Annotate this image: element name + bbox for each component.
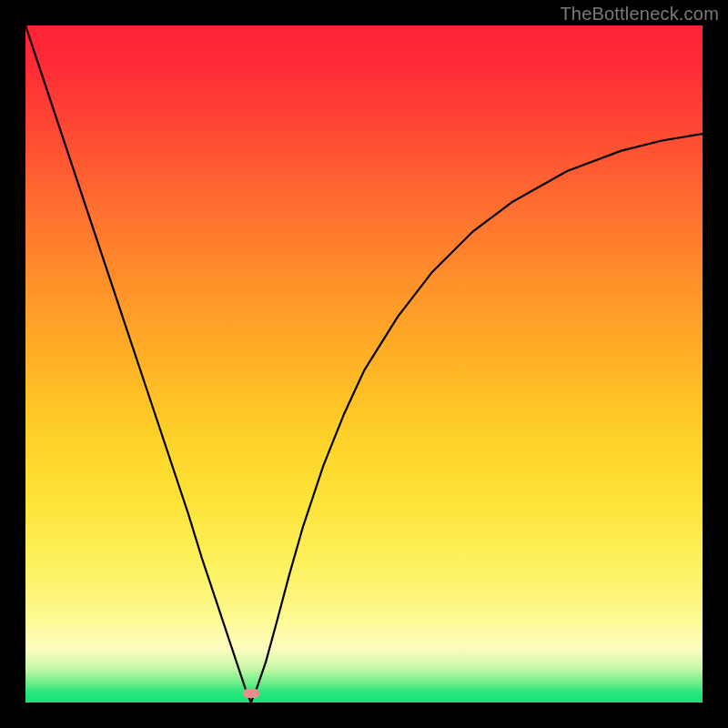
highlight-marker — [243, 689, 259, 698]
plot-area — [25, 25, 703, 703]
curve-svg — [25, 25, 703, 703]
chart-frame: TheBottleneck.com — [0, 0, 728, 728]
curve-path — [25, 25, 703, 703]
watermark-text: TheBottleneck.com — [560, 4, 719, 25]
